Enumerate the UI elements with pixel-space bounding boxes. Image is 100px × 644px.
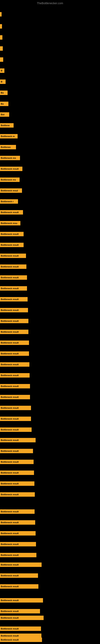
bar-label: B: [1, 70, 2, 72]
bar-label: Bottleneck result: [1, 510, 19, 513]
bar-item: [0, 46, 3, 51]
bar-label: Bottleneck result: [1, 521, 19, 524]
bar-label: Bottleneck result: [1, 482, 19, 485]
bar-label: Bottleneck result: [1, 385, 19, 388]
bar-label: Bottleneck result: [1, 554, 19, 556]
bar-item: Bottleneck result: [0, 573, 38, 578]
bar-label: Bottleneck re: [1, 135, 15, 138]
bar-label: Bottleneck result: [1, 244, 19, 246]
bar-label: Bottlenec: [1, 146, 11, 148]
bar-label: Bottleneck result: [1, 439, 19, 441]
bar-item: B: [0, 68, 4, 73]
bar-label: Bottleneck result: [1, 617, 19, 619]
bar-item: Bottleneck result: [0, 531, 36, 536]
bar-item: Bottleneck result: [0, 167, 22, 171]
bar-label: Bottleneck resul: [1, 190, 18, 192]
bar-item: B: [0, 80, 6, 84]
bar-item: Bottleneck resul: [0, 188, 22, 193]
bar-item: Bottleneck result: [0, 634, 41, 638]
bar-label: Bottleneck result: [1, 233, 19, 235]
bar-label: Bottleneck result: [1, 374, 19, 376]
bar-label: Bottleneck result: [1, 287, 19, 290]
bar-item: Bottleneck result: [0, 330, 28, 334]
bar-item: [0, 35, 2, 40]
bar-item: Bottleneck result: [0, 352, 29, 356]
bar-label: Bottleneck result: [1, 211, 19, 214]
bar-item: Bottleneck result: [0, 616, 44, 620]
bar-label: Bottleneck result: [1, 564, 19, 566]
bar-item: Bottleneck result: [0, 542, 36, 546]
bar-label: Bottleneck result: [1, 266, 19, 268]
bar-item: Bottleneck result: [0, 470, 34, 475]
bar-item: Bottleneck result: [0, 460, 34, 464]
bar-label: Bottleneck result: [1, 309, 19, 311]
bar-label: Bottleneck result: [1, 298, 19, 300]
bar-label: Bottleneck result: [1, 363, 19, 366]
bar-item: Bottleneck result: [0, 509, 35, 514]
bar-label: Bottleneck result: [1, 585, 19, 588]
bar-item: Bottleneck result: [0, 384, 30, 388]
bar-item: Bottleneck result: [0, 210, 23, 214]
bar-item: Bottleneck result: [0, 520, 35, 525]
bar-item: Bottleneck result: [0, 395, 30, 399]
bar-label: Bottleneck result: [1, 396, 19, 398]
bar-label: Bottleneck result: [1, 342, 19, 344]
bar-item: Bottleneck r: [0, 199, 18, 204]
bar-item: Bo: [0, 102, 8, 106]
bar-item: Bottleneck result: [0, 428, 32, 432]
bar-label: Bottleneck result: [1, 472, 19, 474]
bar-item: Bottleneck result: [0, 319, 28, 323]
bar-item: Bottleneck result: [0, 492, 35, 497]
bar-label: Bottleneck result: [1, 638, 19, 641]
bar-item: Bottleneck resu: [0, 221, 20, 226]
bar-item: [0, 12, 1, 16]
bar-label: Bottlene: [1, 124, 10, 126]
bar-item: Bottleneck result: [0, 308, 28, 312]
bar-item: Bot: [0, 112, 9, 117]
bar-label: Bottleneck result: [1, 634, 19, 637]
bar-label: Bottleneck r: [1, 200, 14, 203]
bar-item: Bottleneck result: [0, 254, 26, 258]
bar-label: Bottleneck result: [1, 532, 19, 534]
bar-label: Bottleneck result: [1, 320, 19, 322]
bar-item: Bottleneck result: [0, 598, 43, 602]
bar-item: Bottlenec: [0, 145, 16, 149]
bar-item: Bottleneck result: [0, 264, 26, 269]
bar-item: [0, 24, 2, 28]
bar-label: Bottleneck result: [1, 331, 19, 333]
bar-item: Bottleneck result: [0, 449, 33, 453]
bar-item: Bottleneck result: [0, 438, 36, 442]
bar-item: Bottleneck result: [0, 609, 40, 614]
bar-item: Bottleneck result: [0, 584, 38, 589]
bar-item: Bottleneck result: [0, 297, 28, 302]
bar-label: Bottleneck result: [1, 418, 19, 420]
bar-label: Bottleneck res: [1, 157, 16, 159]
bar-item: Bottleneck result: [0, 286, 27, 290]
bar-label: Bottleneck result: [1, 610, 19, 612]
bar-item: Bottleneck result: [0, 362, 29, 367]
bar-item: Bottleneck result: [0, 406, 31, 410]
bar-label: Bottleneck result: [1, 493, 19, 496]
bar-label: Bottleneck result: [1, 168, 19, 170]
bar-item: Bottleneck result: [0, 562, 42, 567]
bar-item: Bottleneck res: [0, 156, 20, 160]
bar-label: Bot: [1, 113, 4, 116]
bar-label: Bottleneck result: [1, 543, 19, 546]
bar-label: Bottleneck result: [1, 428, 19, 431]
bar-item: Bottleneck result: [0, 373, 30, 378]
bar-item: Bottleneck result: [0, 416, 31, 421]
bar-item: Bottleneck result: [0, 275, 27, 280]
bar-item: [0, 57, 3, 62]
bar-label: Bottleneck result: [1, 628, 19, 630]
bar-label: Bottleneck resu: [1, 222, 17, 224]
bar-label: Bo: [1, 92, 4, 94]
bar-label: Bottleneck result: [1, 461, 19, 463]
bar-label: Bo: [1, 103, 4, 105]
bar-item: Bo: [0, 90, 8, 95]
bar-item: Bottleneck res: [0, 178, 20, 182]
site-title: TheBottlenecker.com: [0, 0, 100, 6]
bar-label: Bottleneck result: [1, 450, 19, 452]
bar-label: B: [1, 80, 2, 83]
bar-item: Bottleneck result: [0, 626, 41, 631]
bar-item: Bottleneck result: [0, 232, 24, 236]
